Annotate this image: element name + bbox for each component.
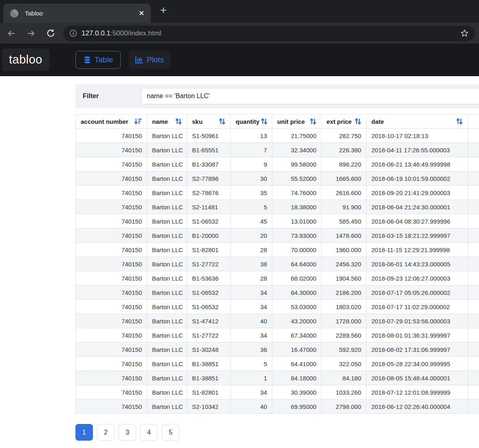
cell-quantity: 28 bbox=[231, 243, 272, 257]
sort-toggle-icon bbox=[355, 118, 361, 125]
cell-account-number: 740150 bbox=[76, 157, 147, 171]
table-tab-button[interactable]: Table bbox=[75, 51, 121, 69]
cell-date: 2018-11-15 12:29:21.999998 bbox=[366, 243, 468, 257]
cell-account-number: 740150 bbox=[76, 129, 147, 143]
globe-icon bbox=[10, 9, 19, 18]
reload-icon[interactable] bbox=[45, 28, 56, 39]
site-info-icon[interactable] bbox=[69, 29, 77, 37]
data-table: account number name sku quantity unit pr… bbox=[75, 114, 479, 414]
cell-ext-price: 2616.600 bbox=[322, 186, 366, 200]
cell-unit-price: 74.76000 bbox=[272, 186, 322, 200]
plots-tab-button[interactable]: Plots bbox=[128, 51, 171, 69]
cell-quantity: 34 bbox=[231, 285, 272, 300]
column-header-ext-price[interactable]: ext price bbox=[322, 114, 366, 129]
page-button-2[interactable]: 2 bbox=[97, 424, 115, 441]
page-button-1[interactable]: 1 bbox=[75, 424, 93, 441]
cell-date: 2018-10-17 02:18:13 bbox=[366, 129, 468, 143]
page-button-5[interactable]: 5 bbox=[162, 424, 179, 441]
cell-sku: S1-27722 bbox=[187, 257, 231, 271]
table-row: 740150Barton LLCS1-828012870.000001960.0… bbox=[76, 243, 479, 257]
bookmark-star-icon[interactable] bbox=[460, 29, 469, 37]
brand-logo: tabloo bbox=[2, 48, 49, 71]
column-header-sku[interactable]: sku bbox=[187, 114, 231, 129]
table-row: 740150Barton LLCS2-786763574.760002616.6… bbox=[76, 186, 479, 200]
new-tab-icon[interactable]: + bbox=[157, 3, 170, 17]
cell-sku: B1-33087 bbox=[187, 157, 231, 171]
filter-input[interactable] bbox=[141, 88, 479, 104]
cell-account-number: 740150 bbox=[76, 314, 147, 328]
cell-quantity: 45 bbox=[231, 214, 272, 228]
cell-spacer bbox=[468, 143, 479, 157]
table-row: 740150Barton LLCS1-509611321.75000282.75… bbox=[76, 129, 479, 143]
cell-quantity: 5 bbox=[231, 200, 272, 214]
cell-ext-price: 592.920 bbox=[322, 343, 366, 357]
cell-date: 2018-08-02 17:31:06.999997 bbox=[366, 343, 468, 357]
back-icon[interactable] bbox=[6, 28, 17, 39]
cell-name: Barton LLC bbox=[147, 243, 187, 257]
cell-sku: S1-82801 bbox=[187, 385, 231, 400]
cell-sku: S2-10342 bbox=[187, 400, 231, 414]
cell-ext-price: 585.450 bbox=[322, 214, 366, 228]
cell-spacer bbox=[468, 228, 479, 243]
cell-name: Barton LLC bbox=[147, 200, 187, 214]
cell-name: Barton LLC bbox=[147, 400, 187, 414]
cell-date: 2018-03-15 18:21:22.999997 bbox=[366, 228, 468, 243]
table-row: 740150Barton LLCB1-536362868.020001904.5… bbox=[76, 271, 479, 285]
browser-tab[interactable]: Tabloo ✕ bbox=[3, 4, 151, 23]
page-button-3[interactable]: 3 bbox=[119, 424, 136, 441]
cell-quantity: 34 bbox=[231, 385, 272, 400]
cell-spacer bbox=[468, 343, 479, 357]
column-header-date[interactable]: date bbox=[366, 114, 468, 129]
cell-quantity: 9 bbox=[231, 157, 272, 171]
column-header-account-number[interactable]: account number bbox=[76, 114, 147, 129]
column-header-unit-price[interactable]: unit price bbox=[272, 114, 322, 129]
cell-sku: S2-77896 bbox=[187, 171, 231, 186]
cell-quantity: 40 bbox=[231, 400, 272, 414]
url-bar[interactable]: 127.0.0.1:5000/index.html bbox=[63, 26, 475, 41]
column-label: account number bbox=[81, 118, 128, 125]
cell-date: 2018-04-11 17:26:55.000003 bbox=[366, 143, 468, 157]
column-label: ext price bbox=[327, 118, 352, 125]
cell-spacer bbox=[468, 200, 479, 214]
cell-spacer bbox=[468, 171, 479, 186]
cell-name: Barton LLC bbox=[147, 343, 187, 357]
table-row: 740150Barton LLCB1-38851564.41000322.050… bbox=[76, 357, 479, 371]
sort-toggle-icon bbox=[310, 118, 316, 125]
cell-spacer bbox=[468, 300, 479, 314]
cell-name: Barton LLC bbox=[147, 271, 187, 285]
cell-unit-price: 64.41000 bbox=[272, 357, 322, 371]
tab-close-icon[interactable]: ✕ bbox=[139, 9, 144, 17]
column-header-quantity[interactable]: quantity bbox=[231, 114, 272, 129]
cell-account-number: 740150 bbox=[76, 228, 147, 243]
column-label: name bbox=[152, 118, 168, 125]
cell-unit-price: 13.01000 bbox=[272, 214, 322, 228]
brand-text: tabloo bbox=[9, 53, 42, 66]
table-row: 740150Barton LLCS2-778963055.520001665.6… bbox=[76, 171, 479, 186]
column-label: date bbox=[371, 118, 384, 125]
cell-name: Barton LLC bbox=[147, 157, 187, 171]
cell-sku: B1-38851 bbox=[187, 357, 231, 371]
cell-sku: S1-47412 bbox=[187, 314, 231, 328]
cell-quantity: 28 bbox=[231, 271, 272, 285]
sort-toggle-icon bbox=[175, 118, 182, 125]
cell-account-number: 740150 bbox=[76, 171, 147, 186]
browser-tab-strip: Tabloo ✕ + bbox=[0, 0, 479, 23]
cell-quantity: 35 bbox=[231, 186, 272, 200]
cell-sku: B1-53636 bbox=[187, 271, 231, 285]
cell-ext-price: 1803.020 bbox=[322, 300, 366, 314]
column-header-name[interactable]: name bbox=[147, 114, 187, 129]
cell-ext-price: 226.380 bbox=[322, 143, 366, 157]
cell-name: Barton LLC bbox=[147, 129, 187, 143]
cell-date: 2018-05-28 22:34:00.999995 bbox=[366, 357, 468, 371]
column-label: unit price bbox=[277, 118, 305, 125]
cell-account-number: 740150 bbox=[76, 328, 147, 343]
cell-account-number: 740150 bbox=[76, 143, 147, 157]
forward-icon[interactable] bbox=[25, 28, 37, 39]
cell-quantity: 34 bbox=[231, 300, 272, 314]
page-button-4[interactable]: 4 bbox=[140, 424, 158, 441]
cell-spacer bbox=[468, 257, 479, 271]
table-row: 740150Barton LLCS2-103424069.950002798.0… bbox=[76, 400, 479, 414]
cell-ext-price: 322.050 bbox=[322, 357, 366, 371]
pagination: 12345 bbox=[75, 424, 179, 441]
table-tab-label: Table bbox=[95, 55, 113, 64]
